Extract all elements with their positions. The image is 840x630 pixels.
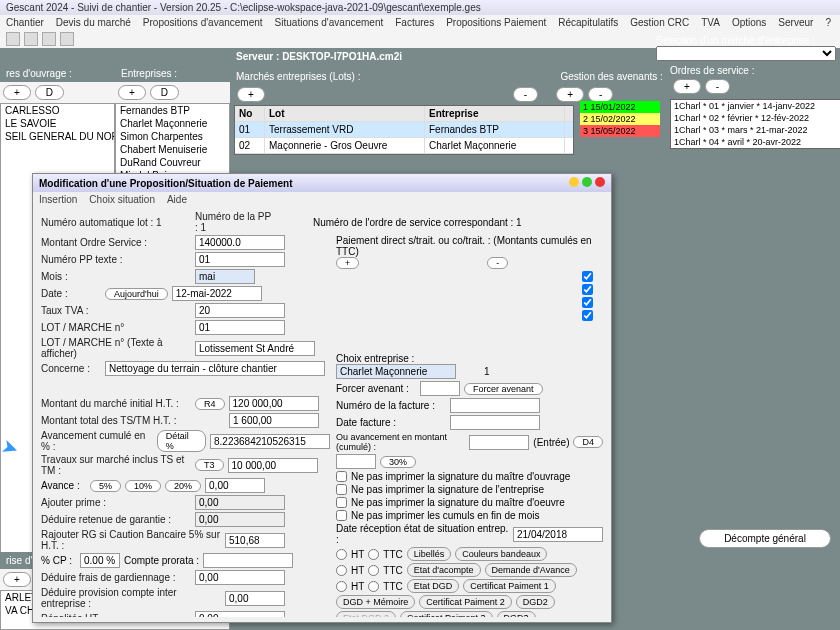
cp1-button[interactable]: Certificat Paiment 1 [463, 579, 556, 593]
etat-acompte-button[interactable]: Etat d'acompte [407, 563, 481, 577]
close-icon[interactable] [595, 177, 605, 187]
menu-item[interactable]: Devis du marché [56, 17, 131, 28]
lott-input[interactable] [195, 341, 315, 356]
lots-table[interactable]: NoLotEntreprise01Terrassement VRDFernand… [234, 105, 574, 155]
cb3-check[interactable] [336, 497, 347, 508]
pd-remove-button[interactable]: - [487, 257, 508, 269]
pd-check[interactable] [582, 271, 593, 282]
tmts-input[interactable] [228, 458, 318, 473]
oam-input[interactable] [469, 435, 529, 450]
mts-input[interactable] [229, 413, 319, 428]
today-button[interactable]: Aujourd'hui [105, 288, 168, 300]
min-icon[interactable] [569, 177, 579, 187]
pct10-button[interactable]: 10% [125, 480, 161, 492]
menu-item[interactable]: Récapitulatifs [558, 17, 618, 28]
menu-item[interactable]: TVA [701, 17, 720, 28]
menu-item[interactable]: Situations d'avancement [275, 17, 384, 28]
av-input[interactable] [205, 478, 265, 493]
tva-input[interactable] [195, 303, 285, 318]
d4-button[interactable]: D4 [573, 436, 603, 448]
add-owner-button[interactable]: + [3, 85, 31, 100]
dpc-input[interactable] [225, 591, 285, 606]
dgd2-button[interactable]: DGD2 [516, 595, 555, 609]
r4-button[interactable]: R4 [195, 398, 225, 410]
pct20-button[interactable]: 20% [165, 480, 201, 492]
add-lot-button[interactable]: + [237, 87, 265, 102]
force-av-button[interactable]: Forcer avenant [464, 383, 543, 395]
dialog-menu-item[interactable]: Insertion [39, 194, 77, 205]
max-icon[interactable] [582, 177, 592, 187]
remove-av-button[interactable]: - [588, 87, 613, 102]
avc-input[interactable] [210, 434, 330, 449]
libelles-button[interactable]: Libellés [407, 547, 452, 561]
menu-item[interactable]: Factures [395, 17, 434, 28]
pct5-button[interactable]: 5% [90, 480, 121, 492]
d-button[interactable]: D [35, 85, 64, 100]
menu-item[interactable]: Chantier [6, 17, 44, 28]
cp-input[interactable] [80, 553, 120, 568]
nf-input[interactable] [450, 398, 540, 413]
decompte-button[interactable]: Décompte général [699, 529, 831, 548]
dfg-input[interactable] [195, 570, 285, 585]
menu-item[interactable]: Gestion CRC [630, 17, 689, 28]
cp3-button[interactable]: Certificat Paiment 3 [400, 611, 493, 617]
dgd3-button[interactable]: DGD3 [497, 611, 536, 617]
menu-item[interactable]: ? [825, 17, 831, 28]
tool-icon[interactable] [42, 32, 56, 46]
rrg-input[interactable] [225, 533, 285, 548]
pd-check[interactable] [582, 284, 593, 295]
os-list[interactable]: 1Charl * 01 * janvier * 14-janv-20221Cha… [670, 99, 840, 149]
remove-os-button[interactable]: - [705, 79, 730, 94]
add-bot-button[interactable]: + [3, 572, 31, 587]
d-button[interactable]: D [150, 85, 179, 100]
menu-item[interactable]: Serveur [778, 17, 813, 28]
selection-dropdown[interactable] [656, 46, 836, 61]
menu-item[interactable]: Propositions d'avancement [143, 17, 263, 28]
couleurs-button[interactable]: Couleurs bandeaux [455, 547, 547, 561]
menu-item[interactable]: Propositions Paiement [446, 17, 546, 28]
pct-input[interactable] [336, 454, 376, 469]
lotm-input[interactable] [195, 320, 285, 335]
date-input[interactable] [172, 286, 262, 301]
pd-check[interactable] [582, 297, 593, 308]
add-av-button[interactable]: + [556, 87, 584, 102]
detail-pct-button[interactable]: Détail % [157, 430, 206, 452]
cp2-button[interactable]: Certificat Paiment 2 [419, 595, 512, 609]
add-os-button[interactable]: + [673, 79, 701, 94]
df-input[interactable] [450, 415, 540, 430]
tool-icon[interactable] [6, 32, 20, 46]
pd-check[interactable] [582, 310, 593, 321]
cb1-check[interactable] [336, 471, 347, 482]
mois-input[interactable] [195, 269, 255, 284]
ht-radio[interactable] [336, 549, 347, 560]
demande-avance-button[interactable]: Demande d'Avance [485, 563, 577, 577]
mos-input[interactable] [195, 235, 285, 250]
etat-dgd2-button[interactable]: Etat DGD 2 [336, 611, 396, 617]
t3-button[interactable]: T3 [195, 459, 224, 471]
cpr-input[interactable] [203, 553, 293, 568]
dialog-menu-item[interactable]: Choix situation [89, 194, 155, 205]
fa-input[interactable] [420, 381, 460, 396]
mmi-input[interactable] [229, 396, 319, 411]
avenants-list[interactable]: 1 15/01/20222 15/02/20223 15/05/2022 [580, 101, 660, 137]
tool-icon[interactable] [60, 32, 74, 46]
add-ent-button[interactable]: + [118, 85, 146, 100]
cb2-check[interactable] [336, 484, 347, 495]
drg-input[interactable] [195, 512, 285, 527]
pd-add-button[interactable]: + [336, 257, 359, 269]
cb4-check[interactable] [336, 510, 347, 521]
remove-lot-button[interactable]: - [513, 87, 538, 102]
dialog-menu-item[interactable]: Aide [167, 194, 187, 205]
etat-dgd-button[interactable]: Etat DGD [407, 579, 460, 593]
pen-input[interactable] [195, 611, 285, 617]
tool-icon[interactable] [24, 32, 38, 46]
ppt-input[interactable] [195, 252, 285, 267]
ce-input[interactable] [336, 364, 456, 379]
pct30-button[interactable]: 30% [380, 456, 416, 468]
menu-item[interactable]: Options [732, 17, 766, 28]
conc-input[interactable] [105, 361, 325, 376]
ap-input[interactable] [195, 495, 285, 510]
dre-input[interactable] [513, 527, 603, 542]
dgd-memoire-button[interactable]: DGD + Mémoire [336, 595, 415, 609]
ttc-radio[interactable] [368, 549, 379, 560]
